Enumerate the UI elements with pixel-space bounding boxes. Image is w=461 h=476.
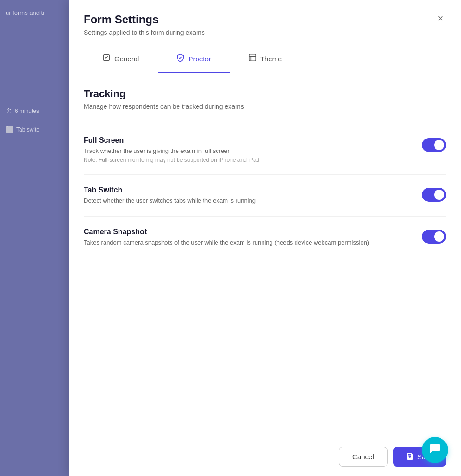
tab-general[interactable]: General [84,46,158,73]
chat-bubble[interactable] [422,437,448,463]
setting-camera-snapshot-info: Camera Snapshot Takes random camera snap… [84,228,422,247]
modal-body: Tracking Manage how respondents can be t… [69,73,461,437]
background-panel: ur forms and tr ⏱ 6 minutes ⬜ Tab switc [0,0,69,476]
tab-icon: ⬜ [6,126,13,133]
tabs-container: General Proctor Theme [69,46,461,73]
modal-title: Form Settings [84,13,446,26]
setting-full-screen-desc: Track whether the user is giving the exa… [84,146,403,156]
save-icon [406,452,414,461]
modal: Form Settings Settings applied to this f… [69,0,461,476]
tab-theme[interactable]: Theme [230,46,301,73]
setting-full-screen-note: Note: Full-screen monitoring may not be … [84,157,403,163]
modal-header: Form Settings Settings applied to this f… [69,0,461,46]
setting-full-screen-info: Full Screen Track whether the user is gi… [84,136,422,163]
tab-theme-label: Theme [260,55,282,63]
setting-tab-switch-info: Tab Switch Detect whether the user switc… [84,186,422,205]
section-title: Tracking [84,88,446,100]
setting-camera-snapshot: Camera Snapshot Takes random camera snap… [84,217,446,258]
bg-tab-label: Tab switc [16,126,39,133]
proctor-icon [176,53,184,64]
svg-rect-1 [249,54,256,61]
full-screen-toggle[interactable]: ✓ [422,138,446,152]
general-icon [102,53,111,64]
close-button[interactable]: × [433,11,448,26]
camera-snapshot-toggle-wrap[interactable]: ✓ [422,228,446,244]
setting-camera-snapshot-name: Camera Snapshot [84,228,403,236]
section-description: Manage how respondents can be tracked du… [84,103,446,110]
cancel-button[interactable]: Cancel [339,447,388,467]
camera-snapshot-toggle[interactable]: ✓ [422,230,446,244]
setting-full-screen: Full Screen Track whether the user is gi… [84,125,446,175]
chat-icon [429,443,441,457]
setting-tab-switch-name: Tab Switch [84,186,403,194]
bg-tab-item: ⬜ Tab switc [6,126,63,133]
modal-subtitle: Settings applied to this form during exa… [84,29,446,36]
setting-full-screen-name: Full Screen [84,136,403,145]
theme-icon [248,53,257,64]
tab-proctor[interactable]: Proctor [158,46,229,73]
setting-tab-switch: Tab Switch Detect whether the user switc… [84,175,446,217]
full-screen-toggle-wrap[interactable]: ✓ [422,136,446,152]
bg-time-item: ⏱ 6 minutes [6,107,63,115]
time-icon: ⏱ [6,107,12,115]
setting-tab-switch-desc: Detect whether the user switches tabs wh… [84,196,403,205]
bg-text: ur forms and tr [6,9,63,16]
tab-general-label: General [114,55,139,63]
tab-switch-toggle[interactable]: ✓ [422,188,446,202]
bg-time-label: 6 minutes [15,108,39,114]
tab-switch-toggle-wrap[interactable]: ✓ [422,186,446,202]
setting-camera-snapshot-desc: Takes random camera snapshots of the use… [84,238,403,247]
tab-proctor-label: Proctor [188,55,211,63]
modal-footer: Cancel Save [69,437,461,476]
